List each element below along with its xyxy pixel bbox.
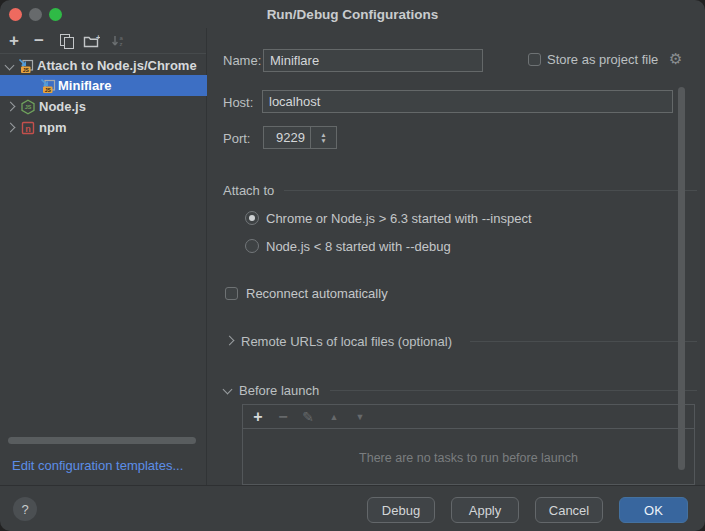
chevron-right-icon[interactable] (6, 102, 16, 112)
tree-item-label: Attach to Node.js/Chrome (37, 58, 197, 73)
tree-item-attach-group[interactable]: JS Attach to Node.js/Chrome (0, 55, 207, 76)
vertical-scrollbar[interactable] (678, 87, 685, 470)
name-input[interactable] (263, 49, 483, 72)
remove-configuration-icon[interactable]: − (30, 32, 48, 50)
add-configuration-icon[interactable]: + (5, 32, 23, 50)
svg-text:z: z (120, 41, 123, 47)
nodejs-icon: JS (20, 99, 36, 115)
tree-item-npm[interactable]: n npm (0, 117, 207, 138)
attach-nodejs-chrome-icon: JS (40, 78, 56, 94)
tree-item-miniflare[interactable]: JS Miniflare (0, 75, 207, 96)
edit-task-icon[interactable]: ✎ (299, 408, 317, 426)
radio-nodejs-debug[interactable] (245, 239, 259, 253)
section-divider (284, 190, 697, 191)
sidebar-toolbar: + − + a z (0, 28, 206, 54)
svg-text:JS: JS (45, 86, 52, 92)
name-label: Name: (223, 53, 261, 68)
cancel-button[interactable]: Cancel (535, 497, 603, 523)
apply-button[interactable]: Apply (451, 497, 519, 523)
remote-urls-section-header[interactable]: Remote URLs of local files (optional) (241, 334, 452, 349)
move-down-icon[interactable]: ▼ (351, 408, 369, 426)
store-as-project-file-checkbox[interactable] (528, 53, 541, 66)
svg-text:+: + (96, 33, 100, 42)
before-launch-empty-text: There are no tasks to run before launch (243, 451, 694, 465)
horizontal-scrollbar[interactable] (8, 437, 196, 444)
section-divider (330, 390, 697, 391)
help-button[interactable]: ? (13, 497, 37, 521)
chevron-right-icon[interactable] (225, 336, 235, 346)
chevron-right-icon[interactable] (6, 123, 16, 133)
tree-item-label: Node.js (39, 99, 86, 114)
add-task-icon[interactable]: + (249, 408, 267, 426)
title-bar: Run/Debug Configurations (0, 0, 705, 28)
dialog-title: Run/Debug Configurations (0, 7, 705, 22)
reconnect-automatically-checkbox[interactable] (225, 287, 238, 300)
configurations-sidebar: + − + a z (0, 28, 207, 485)
sort-configurations-icon[interactable]: a z (109, 32, 127, 50)
port-stepper: ▲ ▼ (263, 126, 337, 149)
tree-item-label: Miniflare (58, 78, 111, 93)
port-spinner-buttons[interactable]: ▲ ▼ (310, 127, 336, 148)
chevron-down-icon[interactable] (5, 61, 15, 71)
host-label: Host: (223, 95, 253, 110)
tree-item-nodejs[interactable]: JS Node.js (0, 96, 207, 117)
dialog-footer: ? Debug Apply Cancel OK (0, 485, 705, 531)
radio-nodejs-debug-label: Node.js < 8 started with --debug (266, 239, 451, 254)
svg-text:n: n (25, 123, 31, 133)
debug-button[interactable]: Debug (367, 497, 435, 523)
npm-icon: n (20, 120, 36, 136)
ok-button[interactable]: OK (619, 497, 688, 523)
store-settings-gear-icon[interactable]: ⚙ (669, 51, 682, 66)
store-as-project-file-label: Store as project file (547, 52, 658, 67)
tree-item-label: npm (39, 120, 66, 135)
port-label: Port: (223, 131, 250, 146)
attach-nodejs-chrome-icon: JS (18, 58, 34, 74)
spinner-down-icon[interactable]: ▼ (320, 138, 326, 144)
copy-configuration-icon[interactable] (57, 32, 75, 50)
chevron-down-icon[interactable] (223, 385, 233, 395)
svg-text:JS: JS (23, 66, 30, 72)
edit-configuration-templates-link[interactable]: Edit configuration templates... (12, 458, 183, 473)
new-folder-icon[interactable]: + (82, 32, 100, 50)
attach-to-section-label: Attach to (223, 183, 274, 198)
host-input[interactable] (262, 90, 673, 113)
port-input[interactable] (264, 127, 310, 148)
before-launch-section-header[interactable]: Before launch (239, 383, 319, 398)
remove-task-icon[interactable]: − (274, 408, 292, 426)
before-launch-panel: + − ✎ ▲ ▼ There are no tasks to run befo… (242, 404, 695, 485)
reconnect-automatically-label: Reconnect automatically (246, 286, 388, 301)
run-debug-configurations-dialog: Run/Debug Configurations + − + a z (0, 0, 705, 531)
svg-text:JS: JS (25, 104, 32, 110)
before-launch-toolbar: + − ✎ ▲ ▼ (243, 405, 694, 429)
move-up-icon[interactable]: ▲ (325, 408, 343, 426)
radio-chrome-inspect[interactable] (245, 211, 259, 225)
section-divider (470, 341, 697, 342)
radio-chrome-inspect-label: Chrome or Node.js > 6.3 started with --i… (266, 211, 532, 226)
